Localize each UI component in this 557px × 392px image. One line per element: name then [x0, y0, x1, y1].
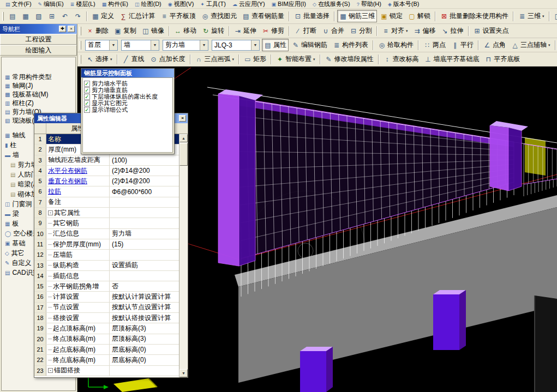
menu-draw[interactable]: ◫ 绘图(D)	[131, 0, 165, 9]
sidebar-item-raft-foundation[interactable]: ▩ 筏板基础(M)	[2, 90, 75, 99]
floor-manager-button[interactable]: ⊞	[46, 11, 58, 22]
offset-button[interactable]: ⇉ 偏移	[411, 25, 438, 37]
modify-wall-properties-button[interactable]: ✎ 修改墙段属性	[323, 53, 376, 65]
batch-select-button[interactable]: ⊡ 批量选择	[292, 10, 332, 22]
menu-view[interactable]: ◉ 视图(V)	[165, 0, 197, 9]
sidebar-item-grid-axis[interactable]: ▦ 轴网(J)	[2, 81, 75, 90]
expand-collapse-icon[interactable]: -	[48, 210, 53, 215]
menu-file[interactable]: ▤ 文件(F)	[2, 0, 35, 9]
menu-edit[interactable]: ✎ 编辑(E)	[35, 0, 67, 9]
open-button[interactable]: ▦	[20, 11, 32, 22]
property-value[interactable]: (2)Φ14@200	[110, 166, 179, 176]
rebar-3d-button[interactable]: ▦ 钢筋三维	[337, 10, 377, 22]
three-point-aux-axis-button[interactable]: △ 三点辅轴 ▾	[509, 39, 553, 51]
checkbox-icon[interactable]: ✓	[84, 100, 90, 106]
property-value[interactable]: (100)	[110, 155, 179, 165]
property-row[interactable]: 23 - 锚固搭接	[34, 366, 179, 376]
point-angle-button[interactable]: ∠ 点角	[481, 39, 508, 51]
property-value[interactable]: 否	[110, 281, 179, 291]
element-name-combo[interactable]: JLQ-3 ▼	[212, 40, 260, 51]
menu-help[interactable]: ? 帮助(H)	[354, 0, 385, 9]
menu-cloud[interactable]: ☁ 云应用(Y)	[229, 0, 268, 9]
delete-button[interactable]: × 删除	[84, 25, 111, 37]
batch-delete-unused-button[interactable]: ⊠ 批量删除未使用构件	[438, 10, 511, 22]
checkbox-icon[interactable]: ✓	[84, 87, 90, 93]
menu-element[interactable]: ▦ 构件(E)	[99, 0, 131, 9]
rectangle-button[interactable]: ▭ 矩形	[242, 53, 268, 65]
undo-button[interactable]: ↶	[59, 11, 71, 22]
property-value[interactable]: 层底标高(0)	[110, 355, 179, 365]
top-view-button[interactable]: ◫ 俯视 ▾	[552, 10, 557, 22]
checkbox-icon[interactable]: ✓	[84, 107, 90, 113]
project-settings-button[interactable]: 工程设置	[0, 34, 77, 45]
align-slab-bottom-button[interactable]: ⊓ 平齐底板	[483, 53, 523, 65]
set-grips-button[interactable]: ⊞ 设置夹点	[471, 25, 511, 37]
properties-button[interactable]: ▤ 属性	[262, 39, 289, 51]
property-value[interactable]: (15)	[110, 239, 179, 249]
scroll-track[interactable]	[179, 166, 188, 369]
pin-icon[interactable]: ✚	[59, 26, 66, 32]
copy-button[interactable]: ▣ 复制	[112, 25, 139, 37]
close-icon[interactable]: ×	[179, 115, 186, 122]
element-category-combo[interactable]: 墙 ▼	[121, 40, 159, 51]
property-row[interactable]: 17 ─ 节点设置 按默认节点设置计算	[34, 303, 179, 313]
parallel-button[interactable]: ∥ 平行	[449, 39, 476, 51]
property-row[interactable]: 12 ─ 压墙筋	[34, 250, 179, 260]
select-button[interactable]: ↖ 选择 ▾	[84, 53, 115, 65]
drawing-input-button[interactable]: 绘图输入	[0, 45, 77, 56]
property-value[interactable]: (2)Φ14@200	[110, 176, 179, 186]
property-value[interactable]: 设置插筋	[110, 261, 179, 270]
two-point-button[interactable]: ∷ 两点	[421, 39, 448, 51]
option-show-detailed-formula[interactable]: ✓ 显示详细公式	[84, 106, 171, 113]
property-value[interactable]: 层顶标高(3)	[110, 334, 179, 344]
rebar-panel-titlebar[interactable]: 钢筋显示控制面板	[81, 69, 174, 77]
expand-collapse-icon[interactable]: -	[48, 368, 53, 373]
property-value[interactable]	[110, 218, 179, 228]
rotate-button[interactable]: ↻ 旋转	[200, 25, 226, 37]
align-slab-top-button[interactable]: ≡ 平齐板顶	[158, 10, 198, 22]
find-element-button[interactable]: ◎ 查找图元	[199, 10, 239, 22]
menu-online-service[interactable]: ◇ 在线服务(S)	[309, 0, 354, 9]
menu-tools[interactable]: ✦ 工具(T)	[197, 0, 229, 9]
property-value[interactable]: Φ6@600*600	[110, 186, 179, 196]
property-row[interactable]: 11 ─ 保护层厚度(mm) (15)	[34, 239, 179, 250]
toolbar-grip[interactable]	[80, 55, 81, 64]
line-button[interactable]: ╱ 直线	[120, 53, 147, 65]
property-value[interactable]	[110, 197, 179, 207]
sidebar-titlebar[interactable]: 导航栏 ✚ ×	[0, 24, 77, 34]
checkbox-icon[interactable]: ✓	[84, 94, 90, 100]
property-value[interactable]: 层底标高(0)	[110, 345, 179, 354]
property-row[interactable]: 5 垂直分布钢筋 (2)Φ14@200	[34, 176, 179, 186]
chevron-down-icon[interactable]: ▼	[200, 40, 208, 50]
view-rebar-quantity-button[interactable]: ▤ 查看钢筋量	[240, 10, 286, 22]
stretch-button[interactable]: ↘ 拉伸	[439, 25, 466, 37]
property-value[interactable]	[110, 271, 179, 281]
sidebar-item-frame-column[interactable]: ▥ 框柱(Z)	[2, 99, 75, 107]
property-row[interactable]: 13 ─ 纵筋构造 设置插筋	[34, 261, 179, 271]
chevron-down-icon[interactable]: ▼	[109, 40, 117, 50]
property-row[interactable]: 19 ─ 起点顶标高(m) 层顶标高(3)	[34, 323, 179, 334]
property-value[interactable]: 剪力墙	[110, 229, 179, 239]
break-button[interactable]: ∕ 打断	[292, 25, 319, 37]
floor-combo[interactable]: 首层 ▼	[85, 40, 118, 51]
edit-rebar-button[interactable]: ✎ 编辑钢筋	[290, 39, 330, 51]
property-row[interactable]: 9 ─ 其它钢筋	[34, 218, 179, 228]
define-button[interactable]: ▦ 定义	[89, 10, 116, 22]
scroll-thumb[interactable]	[179, 143, 188, 166]
scroll-up-icon[interactable]: ▲	[179, 134, 188, 142]
property-row[interactable]: 6 拉筋 Φ6@600*600	[34, 186, 179, 197]
menu-version[interactable]: ◈ 版本号(B)	[385, 0, 423, 9]
new-button[interactable]: ▤	[7, 11, 19, 22]
property-row[interactable]: 21 ─ 起点底标高(m) 层底标高(0)	[34, 345, 179, 355]
property-value[interactable]: 按默认计算设置计算	[110, 292, 179, 301]
pick-element-button[interactable]: ◎ 拾取构件	[376, 39, 416, 51]
chevron-down-icon[interactable]: ▼	[151, 40, 159, 50]
point-plus-length-button[interactable]: ⊙ 点加长度	[148, 53, 188, 65]
property-row[interactable]: 14 ─ 插筋信息	[34, 271, 179, 281]
property-value[interactable]	[110, 250, 179, 260]
unlock-button[interactable]: ▢ 解锁	[406, 10, 433, 22]
scrollbar[interactable]: ▲ ▼	[179, 134, 188, 377]
save-button[interactable]: ▧	[33, 11, 45, 22]
property-row[interactable]: 3 轴线距左墙皮距离 (100)	[34, 155, 179, 166]
property-row[interactable]: 15 ─ 水平钢筋拐角增 否	[34, 281, 179, 292]
